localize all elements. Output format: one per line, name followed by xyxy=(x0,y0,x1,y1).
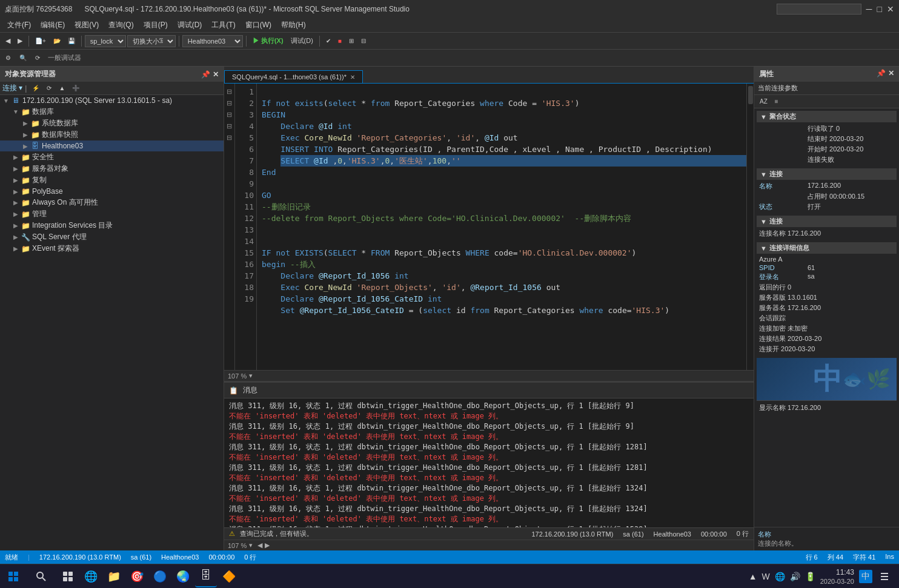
taskbar-app-browser[interactable]: 🌏 xyxy=(172,566,194,587)
tb-open[interactable]: 📂 xyxy=(50,36,64,46)
svg-rect-1 xyxy=(14,572,18,576)
notification-center[interactable] xyxy=(877,569,892,584)
tb-new-query[interactable]: 📄+ xyxy=(32,36,49,46)
prop-row-end-time: 结束时 2020-03-20 xyxy=(757,134,897,144)
prop-row-conn-name: 名称 172.16.200 xyxy=(757,181,897,191)
oe-pin[interactable]: 📌 xyxy=(201,70,210,79)
tb-results[interactable]: ⊞ xyxy=(346,36,357,46)
messages-content[interactable]: 消息 311, 级别 16, 状态 1, 过程 dbtwin_trigger_H… xyxy=(224,398,754,527)
tree-server[interactable]: ▼ 🖥 172.16.200.190 (SQL Server 13.0.1601… xyxy=(0,95,224,106)
tb2-btn3[interactable]: ⟳ xyxy=(32,53,43,63)
menu-debug[interactable]: 调试(D) xyxy=(173,19,207,31)
minimize-btn[interactable]: ─ xyxy=(866,4,872,14)
tree-xevent[interactable]: ▶ 📁 XEvent 探索器 xyxy=(0,243,224,254)
msg-line-9: 消息 311, 级别 16, 状态 1, 过程 dbtwin_trigger_H… xyxy=(229,483,749,494)
tree-management[interactable]: ▶ 📁 管理 xyxy=(0,208,224,220)
tb-results2[interactable]: ⊟ xyxy=(358,36,369,46)
prop-name-footer: 名称 连接的名称。 xyxy=(754,527,899,550)
vertical-scrollbar[interactable] xyxy=(746,84,754,370)
tb-dropdown-db[interactable]: Healthone03 xyxy=(182,35,243,47)
prop-sort-cat[interactable]: ≡ xyxy=(772,96,781,107)
title-search[interactable] xyxy=(777,4,861,15)
taskbar-app-ie[interactable]: 🌐 xyxy=(80,566,102,587)
msg-line-11: 消息 311, 级别 16, 状态 1, 过程 dbtwin_trigger_H… xyxy=(229,504,749,514)
tb-save[interactable]: 💾 xyxy=(65,36,78,46)
oe-content[interactable]: ▼ 🖥 172.16.200.190 (SQL Server 13.0.1601… xyxy=(0,95,224,550)
msg-nav-left[interactable]: ◀ xyxy=(257,541,262,549)
replication-label: 复制 xyxy=(32,175,47,185)
menu-edit[interactable]: 编辑(E) xyxy=(36,19,70,31)
tb2-btn1[interactable]: ⚙ xyxy=(2,53,14,63)
debug-button[interactable]: 调试(D) xyxy=(288,35,316,47)
tray-clock[interactable]: 11:43 2020-03-20 xyxy=(820,567,854,586)
tree-databases[interactable]: ▼ 📁 数据库 xyxy=(0,106,224,117)
tree-sys-db[interactable]: ▶ 📁 系统数据库 xyxy=(0,117,224,129)
zoom-dropdown-icon[interactable]: ▾ xyxy=(249,372,253,380)
maximize-btn[interactable]: □ xyxy=(877,4,882,14)
prop-section-detail: ▼ 连接详细信息 Azure A SPID 61 登录名 sa 返回的行 0 xyxy=(757,242,897,354)
msg-zoom-dropdown-icon[interactable]: ▾ xyxy=(249,541,253,549)
healthone-label: Healthone03 xyxy=(42,142,83,150)
menu-project[interactable]: 项目(P) xyxy=(139,19,173,31)
tree-healthone03[interactable]: ▶ 🗄 Healthone03 xyxy=(0,140,224,151)
msg-line-1: 消息 311, 级别 16, 状态 1, 过程 dbtwin_trigger_H… xyxy=(229,401,749,411)
query-status-label: 查询已完成，但有错误。 xyxy=(240,529,313,538)
menu-window[interactable]: 窗口(W) xyxy=(241,19,276,31)
taskbar-app-orange[interactable]: 🔶 xyxy=(218,566,240,587)
expand-sysdb-icon: ▶ xyxy=(21,120,30,127)
prop-close[interactable]: ✕ xyxy=(888,69,894,79)
tb2-btn2[interactable]: 🔍 xyxy=(16,53,30,63)
tb-parse[interactable]: ✔ xyxy=(323,36,334,46)
taskbar-app-chrome[interactable]: 🔵 xyxy=(149,566,171,587)
prop-sort-alpha[interactable]: AZ xyxy=(757,96,771,107)
code-editor[interactable]: ⊟ ⊟ ⊟ ⊟ ⊟ 12345678910111213141516171819 … xyxy=(224,84,754,370)
oe-collapse[interactable]: ▲ xyxy=(56,83,68,93)
prop-row-start-time: 开始时 2020-03-20 xyxy=(757,144,897,154)
tab-close-icon[interactable]: ✕ xyxy=(350,74,355,81)
taskbar-search[interactable] xyxy=(27,566,56,587)
oe-connect-label: 连接 ▾ xyxy=(2,83,22,93)
close-btn[interactable]: ✕ xyxy=(887,4,894,14)
taskbar-task-view[interactable] xyxy=(57,566,79,587)
prop-row-login: 登录名 sa xyxy=(757,272,897,282)
taskbar-app-folder[interactable]: 📁 xyxy=(103,566,125,587)
prop-content[interactable]: ▼ 聚合状态 行读取了 0 结束时 2020-03-20 开始时 2020-03… xyxy=(754,108,899,527)
menu-query[interactable]: 查询(Q) xyxy=(104,19,138,31)
tb-dropdown-sp-lock[interactable]: sp_lock xyxy=(85,35,126,47)
oe-filter[interactable]: ⚡ xyxy=(29,83,42,93)
start-button[interactable] xyxy=(2,566,24,587)
status-rows: 0 行 xyxy=(244,553,256,562)
tb-dropdown-case[interactable]: 切换大小写 xyxy=(127,35,176,47)
databases-folder-icon: 📁 xyxy=(21,107,30,117)
menu-view[interactable]: 视图(V) xyxy=(70,19,104,31)
msg-nav-right[interactable]: ▶ xyxy=(265,541,270,549)
prop-pin[interactable]: 📌 xyxy=(877,69,886,79)
tree-polybase[interactable]: ▶ 📁 PolyBase xyxy=(0,186,224,197)
taskbar-app-red[interactable]: 🎯 xyxy=(126,566,148,587)
tray-icon-1: ▲ xyxy=(749,572,757,581)
oe-refresh[interactable]: ⟳ xyxy=(44,83,55,93)
oe-new[interactable]: ➕ xyxy=(69,83,82,93)
status-server: 172.16.200.190 (13.0 RTM) xyxy=(39,553,121,561)
tb-stop[interactable]: ■ xyxy=(335,36,345,46)
tree-sql-agent[interactable]: ▶ 🔧 SQL Server 代理 xyxy=(0,231,224,243)
tb-sep5 xyxy=(319,36,320,47)
tree-server-objects[interactable]: ▶ 📁 服务器对象 xyxy=(0,163,224,174)
menu-help[interactable]: 帮助(H) xyxy=(276,19,311,31)
tb-forward[interactable]: ▶ xyxy=(15,35,25,47)
code-content[interactable]: If not exists(select * from Report_Categ… xyxy=(257,84,746,370)
msg-line-12: 不能在 'inserted' 表和 'deleted' 表中使用 text、nt… xyxy=(229,514,749,524)
tree-alwayson[interactable]: ▶ 📁 Always On 高可用性 xyxy=(0,197,224,208)
tree-db-snapshot[interactable]: ▶ 📁 数据库快照 xyxy=(0,129,224,140)
tree-replication[interactable]: ▶ 📁 复制 xyxy=(0,174,224,186)
svg-rect-3 xyxy=(14,577,18,581)
menu-file[interactable]: 文件(F) xyxy=(2,19,36,31)
tree-security[interactable]: ▶ 📁 安全性 xyxy=(0,151,224,163)
query-tab[interactable]: SQLQuery4.sql - 1...thone03 (sa (61))* ✕ xyxy=(224,70,363,83)
taskbar-app-sql[interactable]: 🗄 xyxy=(195,566,217,587)
oe-close[interactable]: ✕ xyxy=(213,70,219,79)
tree-integration-services[interactable]: ▶ 📁 Integration Services 目录 xyxy=(0,220,224,231)
menu-tools[interactable]: 工具(T) xyxy=(207,19,240,31)
tb-back[interactable]: ◀ xyxy=(2,35,13,47)
execute-button[interactable]: ▶ 执行(X) xyxy=(250,35,287,47)
